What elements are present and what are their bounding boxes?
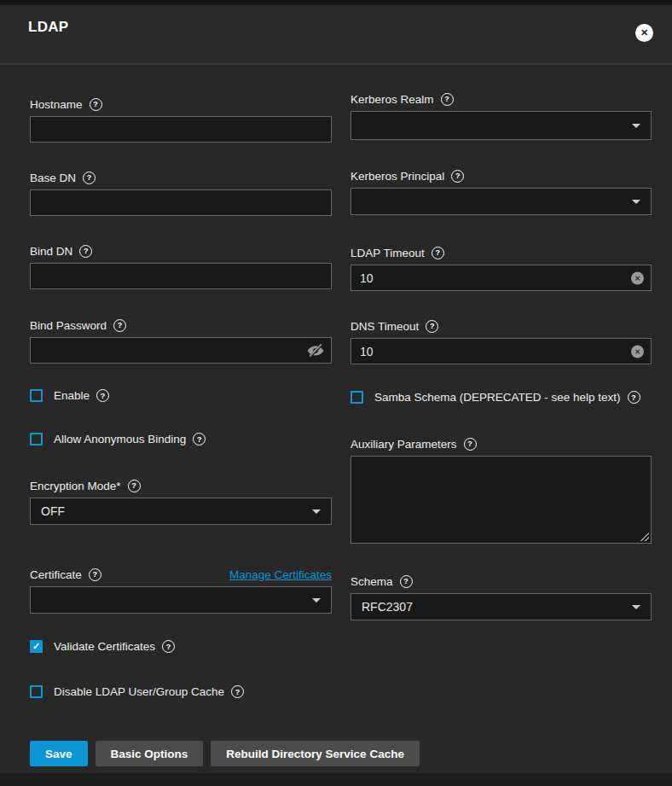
auxiliary-parameters-label: Auxiliary Parameters	[350, 438, 457, 451]
encryption-mode-value: OFF	[41, 504, 65, 518]
enable-checkbox[interactable]	[30, 389, 43, 402]
ldap-timeout-input[interactable]	[350, 265, 652, 291]
close-button[interactable]: ✕	[635, 24, 653, 42]
dialog-header	[0, 5, 672, 63]
rebuild-directory-service-cache-button[interactable]: Rebuild Directory Service Cache	[211, 741, 420, 766]
hostname-input[interactable]	[30, 116, 332, 143]
disable-ldap-cache-label: Disable LDAP User/Group Cache	[54, 685, 224, 698]
disable-ldap-cache-row[interactable]: Disable LDAP User/Group Cache ?	[30, 685, 244, 698]
kerberos-realm-select[interactable]	[350, 111, 652, 140]
help-icon[interactable]: ?	[79, 245, 92, 258]
bind-password-label: Bind Password	[30, 319, 107, 332]
field-dns-timeout: DNS Timeout? ✕	[350, 318, 652, 364]
help-icon[interactable]: ?	[128, 480, 141, 492]
field-kerberos-realm: Kerberos Realm?	[350, 91, 652, 140]
certificate-select[interactable]	[30, 586, 332, 614]
kerberos-principal-label: Kerberos Principal	[350, 170, 444, 183]
disable-ldap-cache-checkbox[interactable]	[30, 685, 43, 698]
help-icon[interactable]: ?	[193, 433, 206, 445]
basic-options-button[interactable]: Basic Options	[96, 741, 204, 766]
base-dn-label: Base DN	[30, 172, 76, 184]
field-certificate: Certificate? Manage Certificates	[30, 567, 332, 614]
help-icon[interactable]: ?	[231, 685, 244, 698]
ldap-timeout-label: LDAP Timeout	[350, 247, 425, 259]
chevron-down-icon	[312, 509, 321, 514]
samba-schema-row[interactable]: Samba Schema (DEPRECATED - see help text…	[350, 391, 640, 404]
dialog-title: LDAP	[28, 19, 68, 36]
bind-dn-label: Bind DN	[30, 245, 72, 258]
save-button[interactable]: Save	[30, 741, 88, 766]
field-bind-dn: Bind DN?	[30, 243, 332, 289]
visibility-off-icon[interactable]	[306, 341, 325, 360]
validate-certificates-row[interactable]: Validate Certificates ?	[30, 640, 175, 653]
resize-handle[interactable]	[640, 532, 649, 541]
dns-timeout-input[interactable]	[350, 338, 652, 364]
bind-dn-input[interactable]	[30, 263, 332, 289]
help-icon[interactable]: ?	[426, 320, 438, 333]
help-icon[interactable]: ?	[96, 389, 109, 402]
field-ldap-timeout: LDAP Timeout? ✕	[350, 245, 652, 291]
kerberos-realm-label: Kerberos Realm	[350, 93, 434, 106]
help-icon[interactable]: ?	[400, 575, 413, 588]
help-icon[interactable]: ?	[90, 98, 102, 111]
schema-select[interactable]: RFC2307	[350, 593, 652, 620]
chevron-down-icon	[632, 605, 640, 609]
auxiliary-parameters-textarea[interactable]	[350, 456, 652, 544]
kerberos-principal-select[interactable]	[350, 188, 652, 215]
enable-checkbox-row[interactable]: Enable ?	[30, 389, 109, 402]
clear-icon[interactable]: ✕	[631, 345, 644, 358]
schema-label: Schema	[350, 575, 393, 588]
help-icon[interactable]: ?	[628, 391, 640, 404]
chevron-down-icon	[632, 124, 640, 128]
enable-label: Enable	[54, 389, 90, 402]
samba-schema-label: Samba Schema (DEPRECATED - see help text…	[374, 391, 621, 404]
field-bind-password: Bind Password?	[30, 317, 332, 364]
field-base-dn: Base DN?	[30, 170, 332, 216]
help-icon[interactable]: ?	[451, 170, 464, 183]
help-icon[interactable]: ?	[113, 319, 126, 332]
samba-schema-checkbox[interactable]	[350, 391, 363, 404]
field-encryption-mode: Encryption Mode*? OFF	[30, 478, 332, 525]
help-icon[interactable]: ?	[464, 438, 477, 451]
dns-timeout-label: DNS Timeout	[350, 320, 419, 333]
header-divider	[0, 63, 672, 65]
bind-password-input[interactable]	[30, 337, 332, 364]
schema-value: RFC2307	[362, 600, 413, 614]
allow-anonymous-binding-row[interactable]: Allow Anonymous Binding ?	[30, 433, 206, 445]
hostname-label: Hostname	[30, 98, 83, 111]
encryption-mode-select[interactable]: OFF	[30, 498, 332, 525]
allow-anonymous-binding-checkbox[interactable]	[30, 433, 43, 445]
help-icon[interactable]: ?	[432, 247, 444, 259]
field-schema: Schema? RFC2307	[350, 573, 652, 620]
chevron-down-icon	[312, 598, 321, 603]
clear-icon[interactable]: ✕	[631, 271, 644, 284]
close-icon: ✕	[640, 27, 648, 38]
help-icon[interactable]: ?	[162, 640, 175, 653]
validate-certificates-checkbox[interactable]	[30, 640, 43, 653]
dialog-bottom-edge	[0, 773, 672, 786]
help-icon[interactable]: ?	[83, 172, 96, 184]
certificate-label: Certificate	[30, 568, 82, 581]
ldap-dialog: LDAP ✕ Hostname? Base DN? Bind DN? Bind …	[0, 0, 672, 786]
help-icon[interactable]: ?	[441, 93, 454, 106]
encryption-mode-label: Encryption Mode*	[30, 480, 121, 492]
help-icon[interactable]: ?	[89, 568, 101, 581]
validate-certificates-label: Validate Certificates	[54, 640, 155, 653]
field-kerberos-principal: Kerberos Principal?	[350, 168, 652, 215]
field-auxiliary-parameters: Auxiliary Parameters?	[350, 436, 652, 544]
manage-certificates-link[interactable]: Manage Certificates	[229, 568, 332, 581]
allow-anonymous-binding-label: Allow Anonymous Binding	[54, 433, 186, 445]
chevron-down-icon	[632, 200, 640, 204]
dialog-actions: Save Basic Options Rebuild Directory Ser…	[30, 741, 420, 766]
field-hostname: Hostname?	[30, 96, 332, 143]
base-dn-input[interactable]	[30, 189, 332, 216]
